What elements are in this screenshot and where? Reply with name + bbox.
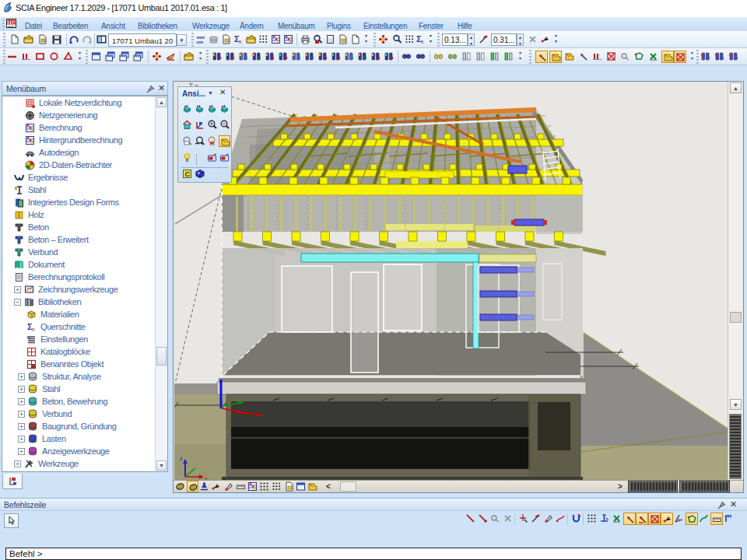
svg-text:cm: cm [197, 40, 204, 44]
svg-text:x: x [421, 39, 424, 44]
svg-text:x: x [239, 39, 242, 44]
svg-text:z: z [180, 456, 183, 461]
svg-text:C: C [185, 170, 191, 178]
svg-text:x: x [32, 327, 35, 332]
svg-text:R: R [210, 140, 215, 146]
